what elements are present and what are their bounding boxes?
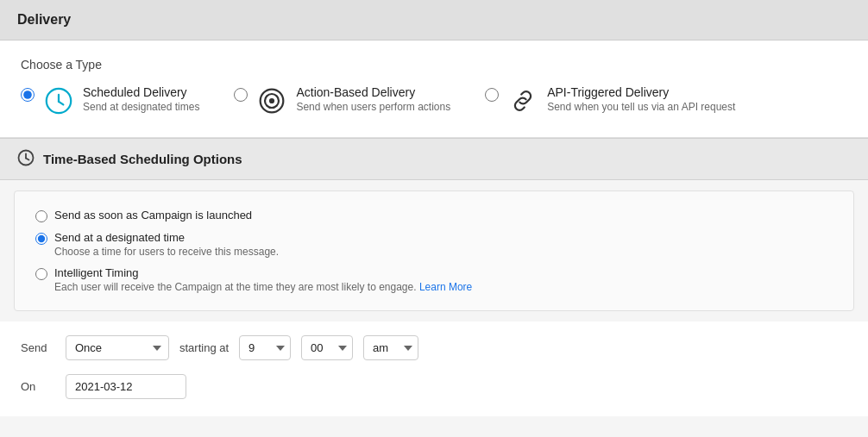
scheduled-title: Scheduled Delivery — [83, 85, 199, 99]
hour-select[interactable]: 1 2 3 4 5 6 7 8 9 10 11 12 — [239, 335, 291, 360]
delivery-radio-action[interactable] — [234, 88, 248, 102]
section-header-timebased: Time-Based Scheduling Options — [0, 138, 868, 180]
option-launch: Send as soon as Campaign is launched — [35, 209, 833, 222]
link-icon — [507, 85, 538, 116]
intelligent-label: Intelligent Timing — [54, 266, 472, 279]
delivery-radio-api[interactable] — [485, 88, 499, 102]
launch-label: Send as soon as Campaign is launched — [54, 209, 252, 222]
scheduled-option-text: Scheduled Delivery Send at designated ti… — [83, 85, 199, 113]
scheduled-subtitle: Send at designated times — [83, 101, 199, 113]
scheduling-options-box: Send as soon as Campaign is launched Sen… — [14, 190, 854, 311]
page-header: Delivery — [0, 0, 868, 41]
ampm-select[interactable]: am pm — [363, 335, 418, 360]
action-option-text: Action-Based Delivery Send when users pe… — [296, 85, 450, 113]
designated-label: Send at a designated time — [54, 231, 279, 244]
clock-section-icon — [17, 149, 35, 169]
minute-select[interactable]: 00 15 30 45 — [301, 335, 353, 360]
starting-at-label: starting at — [179, 341, 229, 354]
intelligent-desc-text: Each user will receive the Campaign at t… — [54, 281, 419, 293]
designated-desc: Choose a time for users to receive this … — [54, 246, 279, 258]
on-row: On — [0, 367, 868, 416]
section-header-title: Time-Based Scheduling Options — [43, 152, 242, 166]
on-label: On — [21, 380, 55, 393]
intelligent-desc: Each user will receive the Campaign at t… — [54, 281, 472, 293]
send-row: Send Once Daily Weekly Monthly starting … — [0, 322, 868, 367]
action-title: Action-Based Delivery — [296, 85, 450, 99]
launch-content: Send as soon as Campaign is launched — [54, 209, 252, 222]
api-subtitle: Send when you tell us via an API request — [547, 101, 735, 113]
action-subtitle: Send when users perform actions — [296, 101, 450, 113]
option-designated: Send at a designated time Choose a time … — [35, 231, 833, 258]
delivery-option-api[interactable]: API-Triggered Delivery Send when you tel… — [485, 85, 735, 116]
svg-point-5 — [269, 98, 274, 103]
radio-intelligent[interactable] — [35, 268, 47, 280]
date-input[interactable] — [66, 374, 186, 399]
delivery-option-action[interactable]: Action-Based Delivery Send when users pe… — [234, 85, 450, 116]
radio-designated[interactable] — [35, 233, 47, 245]
svg-line-8 — [26, 159, 29, 160]
learn-more-link[interactable]: Learn More — [419, 281, 472, 293]
target-icon — [256, 85, 287, 116]
api-option-text: API-Triggered Delivery Send when you tel… — [547, 85, 735, 113]
option-intelligent: Intelligent Timing Each user will receiv… — [35, 266, 833, 293]
delivery-radio-scheduled[interactable] — [21, 88, 35, 102]
api-title: API-Triggered Delivery — [547, 85, 735, 99]
clock-icon — [43, 85, 74, 116]
frequency-select[interactable]: Once Daily Weekly Monthly — [66, 335, 169, 360]
choose-type-section: Choose a Type Scheduled Delivery Send at… — [0, 41, 868, 138]
page-title: Delivery — [17, 12, 71, 27]
delivery-options: Scheduled Delivery Send at designated ti… — [21, 85, 847, 116]
delivery-option-scheduled[interactable]: Scheduled Delivery Send at designated ti… — [21, 85, 199, 116]
radio-launch[interactable] — [35, 210, 47, 222]
send-label: Send — [21, 341, 55, 354]
designated-content: Send at a designated time Choose a time … — [54, 231, 279, 258]
choose-type-label: Choose a Type — [21, 58, 847, 72]
svg-line-2 — [59, 102, 63, 105]
intelligent-content: Intelligent Timing Each user will receiv… — [54, 266, 472, 293]
